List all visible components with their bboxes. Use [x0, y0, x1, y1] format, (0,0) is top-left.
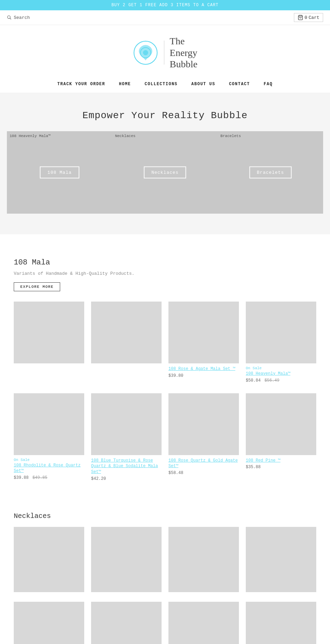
product-price-4: $58.48 — [168, 471, 239, 475]
necklace-item-0[interactable] — [14, 527, 84, 595]
mala-section-subtitle: Variants of Handmade & High-Quality Prod… — [14, 271, 316, 276]
product-card-0[interactable]: 108 Rose & Agate Mala Set ™ $39.80 — [168, 302, 239, 383]
necklace-item-3[interactable] — [246, 527, 316, 595]
collection-bracelets[interactable]: Bracelets Bracelets — [218, 131, 323, 214]
necklace-item-6[interactable] — [168, 602, 239, 644]
product-img-2 — [168, 302, 239, 363]
necklace-item-4[interactable] — [14, 602, 84, 644]
nav-contact[interactable]: CONTACT — [229, 82, 250, 87]
product-name-1: 108 Heavenly Mala™ — [246, 371, 316, 377]
search-icon — [7, 15, 12, 20]
hero-title: Empower Your Reality Bubble — [7, 110, 323, 121]
necklace-item-7[interactable] — [246, 602, 316, 644]
cart-area[interactable]: 0 Cart — [294, 13, 323, 22]
necklace-item-1[interactable] — [91, 527, 162, 595]
collection-108-mala-btn[interactable]: 108 Mala — [40, 166, 79, 178]
necklace-img-0 — [14, 527, 84, 592]
product-price-3: $42.20 — [91, 476, 162, 481]
product-card-4[interactable]: 108 Rose Quartz & Gold Agate Set™ $58.48 — [168, 393, 239, 481]
collection-necklaces[interactable]: Necklaces Necklaces — [112, 131, 218, 214]
product-img-4 — [14, 393, 84, 455]
product-card-1[interactable]: On Sale 108 Heavenly Mala™ $50.84 $56.49 — [246, 302, 316, 383]
svg-point-0 — [8, 16, 10, 19]
logo-text: The Energy Bubble — [170, 35, 198, 70]
nav-faq[interactable]: FAQ — [264, 82, 273, 87]
product-img-5 — [91, 393, 162, 455]
necklace-img-5 — [91, 602, 162, 644]
necklace-img-2 — [168, 527, 239, 592]
product-card-placeholder2 — [91, 302, 162, 383]
hero-section: Empower Your Reality Bubble 108 Heavenly… — [0, 93, 330, 234]
product-card-5[interactable]: 108 Red Pine ™ $35.88 — [246, 393, 316, 481]
on-sale-2: On Sale — [14, 458, 84, 462]
logo-divider — [164, 41, 164, 65]
svg-line-1 — [10, 18, 11, 20]
necklaces-title: Necklaces — [14, 512, 316, 520]
cart-icon — [298, 15, 303, 20]
product-price-0: $39.80 — [168, 373, 239, 378]
product-img-3 — [246, 302, 316, 363]
nav-about-us[interactable]: ABOUT US — [191, 82, 216, 87]
product-card-placeholder1 — [14, 302, 84, 383]
announcement-text: BUY 2 GET 1 FREE ADD 3 ITEMS TO A CART — [111, 3, 219, 8]
product-name-0: 108 Rose & Agate Mala Set ™ — [168, 366, 239, 372]
necklaces-section: Necklaces — [0, 505, 330, 644]
necklace-img-1 — [91, 527, 162, 592]
svg-point-5 — [143, 50, 148, 55]
product-img-7 — [246, 393, 316, 455]
header: Search 0 Cart — [0, 10, 330, 25]
collection-bracelets-label: Bracelets — [220, 134, 241, 138]
product-img-6 — [168, 393, 239, 455]
mala-section: 108 Mala Variants of Handmade & High-Qua… — [0, 234, 330, 505]
necklaces-grid — [14, 527, 316, 644]
logo-icon — [133, 40, 158, 66]
product-card-2[interactable]: On Sale 108 Rhodolite & Rose Quartz Set™… — [14, 393, 84, 481]
product-name-3: 108 Blue Turquoise & Rose Quartz & Blue … — [91, 458, 162, 475]
product-price-2: $39.88 $49.85 — [14, 475, 84, 480]
search-label: Search — [14, 15, 30, 20]
explore-more-button[interactable]: EXPLORE MORE — [14, 282, 60, 291]
nav-track-order[interactable]: TRACK YOUR ORDER — [57, 82, 105, 87]
necklace-item-2[interactable] — [168, 527, 239, 595]
navigation: TRACK YOUR ORDER HOME COLLECTIONS ABOUT … — [0, 77, 330, 93]
product-price-5: $35.88 — [246, 465, 316, 470]
collection-108-mala-label: 108 Heavenly Mala™ — [10, 134, 51, 138]
collection-108-mala[interactable]: 108 Heavenly Mala™ 108 Mala — [7, 131, 112, 214]
announcement-bar: BUY 2 GET 1 FREE ADD 3 ITEMS TO A CART — [0, 0, 330, 10]
necklace-img-6 — [168, 602, 239, 644]
product-img-0 — [14, 302, 84, 363]
on-sale-1: On Sale — [246, 366, 316, 370]
necklace-img-7 — [246, 602, 316, 644]
logo-area[interactable]: The Energy Bubble — [0, 25, 330, 77]
cart-count: 0 — [305, 15, 307, 20]
product-img-1 — [91, 302, 162, 363]
collection-necklaces-btn[interactable]: Necklaces — [144, 166, 186, 178]
product-price-1: $50.84 $56.49 — [246, 378, 316, 383]
product-grid-row1: 108 Rose & Agate Mala Set ™ $39.80 On Sa… — [14, 302, 316, 383]
necklace-item-5[interactable] — [91, 602, 162, 644]
necklace-img-3 — [246, 527, 316, 592]
cart-label: Cart — [309, 15, 319, 20]
collection-grid: 108 Heavenly Mala™ 108 Mala Necklaces Ne… — [7, 131, 323, 214]
product-card-3[interactable]: 108 Blue Turquoise & Rose Quartz & Blue … — [91, 393, 162, 481]
product-name-4: 108 Rose Quartz & Gold Agate Set™ — [168, 458, 239, 470]
product-name-2: 108 Rhodolite & Rose Quartz Set™ — [14, 463, 84, 474]
product-name-5: 108 Red Pine ™ — [246, 458, 316, 464]
collection-bracelets-btn[interactable]: Bracelets — [249, 166, 292, 178]
mala-section-title: 108 Mala — [14, 258, 316, 267]
product-grid-row2: On Sale 108 Rhodolite & Rose Quartz Set™… — [14, 393, 316, 481]
necklace-img-4 — [14, 602, 84, 644]
collection-necklaces-label: Necklaces — [115, 134, 135, 138]
nav-home[interactable]: HOME — [119, 82, 131, 87]
nav-collections[interactable]: COLLECTIONS — [145, 82, 178, 87]
search-area[interactable]: Search — [7, 15, 30, 20]
